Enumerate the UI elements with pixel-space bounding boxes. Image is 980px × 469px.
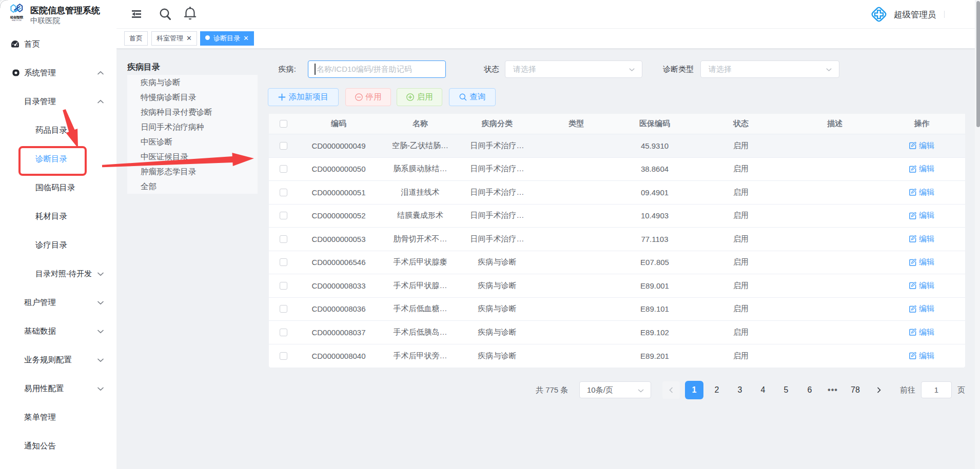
svg-text:HEALTH LINK: HEALTH LINK: [12, 19, 22, 22]
